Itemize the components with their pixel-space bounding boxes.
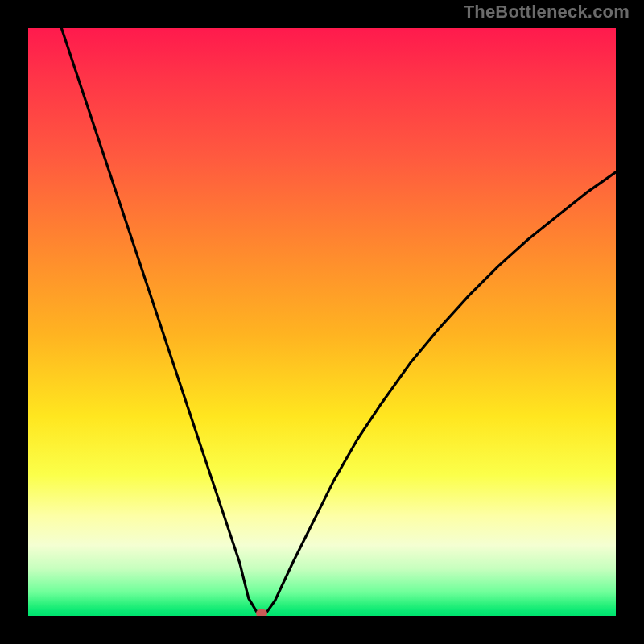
optimal-point-marker xyxy=(256,609,267,616)
bottleneck-curve xyxy=(28,28,616,616)
plot-area xyxy=(28,28,616,616)
plot-outer-border xyxy=(20,20,624,624)
chart-frame: TheBottleneck.com xyxy=(0,0,644,644)
